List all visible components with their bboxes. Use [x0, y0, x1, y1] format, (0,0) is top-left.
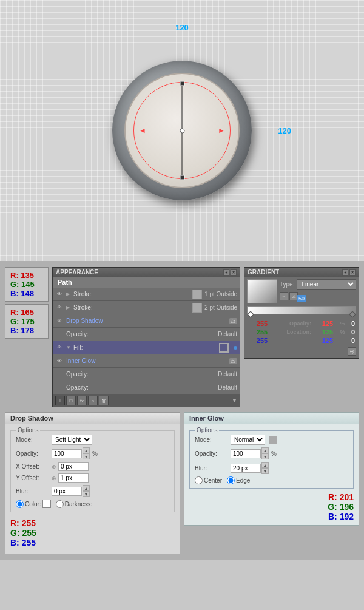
ds-color-b: B: 255	[10, 538, 175, 547]
y-offset-input[interactable]	[58, 473, 89, 483]
color-block-1-b: B: 148	[10, 289, 43, 298]
gradient-rgb-area: 255 Opacity: 125 % 0 255 Location: 125 %…	[247, 319, 356, 356]
expand-stroke2[interactable]: ▶	[66, 305, 71, 310]
arrow-left-icon: ◄	[139, 126, 146, 135]
ig-opacity-spinner: ▲ ▼	[231, 447, 269, 459]
gradient-link-icon[interactable]: ⛓	[348, 347, 356, 356]
inner-glow-body: Options Mode: Normal Opacity:	[184, 424, 359, 525]
eye-icon-fill[interactable]: 👁	[55, 345, 64, 351]
opacity3-value: Default	[218, 384, 237, 391]
fill-connector-dot	[234, 346, 237, 350]
stroke1-swatch[interactable]	[192, 290, 202, 299]
ig-blur-spinner: ▲ ▼	[231, 462, 269, 474]
ig-blur-row: Blur: ▲ ▼	[195, 462, 348, 474]
gradient-b2[interactable]: 125	[312, 336, 334, 345]
gradient-reverse-icon[interactable]: ↔	[280, 292, 288, 300]
ds-color-values: R: 255 G: 255 B: 255	[10, 516, 175, 550]
ig-mode-select[interactable]: Normal	[231, 435, 265, 445]
ig-blur-up[interactable]: ▲	[261, 462, 269, 468]
darkness-radio[interactable]	[56, 500, 64, 508]
opacity-down-btn[interactable]: ▼	[83, 453, 90, 459]
blur-input-ds[interactable]	[52, 487, 82, 496]
appearance-title: APPEARANCE	[56, 269, 98, 276]
path-handle-center[interactable]	[180, 128, 184, 133]
ig-edge-row: Center Edge	[195, 476, 348, 484]
eye-icon-innerglow[interactable]: 👁	[55, 358, 64, 364]
toolbar-square-icon[interactable]: □	[66, 396, 76, 405]
ig-color-b: B: 192	[189, 512, 354, 521]
opacity2-label: Opacity:	[66, 371, 215, 378]
gradient-close[interactable]: ✕	[349, 269, 356, 276]
gradient-titlebar-btns: ◄ ✕	[342, 269, 356, 276]
y-offset-icon: ⊕	[52, 475, 56, 481]
gradient-type-select[interactable]: Linear	[297, 279, 356, 290]
color-block-1-g: G: 145	[10, 280, 43, 289]
color-block-2: R: 165 G: 175 B: 178	[5, 304, 49, 339]
opacity2-row: Opacity: Default	[53, 368, 240, 381]
color-radio-row: Color: Darkness:	[16, 500, 169, 508]
toolbar-fx-icon[interactable]: fx	[77, 396, 87, 405]
ig-options-group: Options Mode: Normal Opacity:	[189, 430, 354, 489]
toolbar-trash-icon[interactable]: 🗑	[99, 396, 109, 405]
ig-mode-color-swatch[interactable]	[269, 436, 277, 444]
eye-icon-stroke1[interactable]: 👁	[55, 291, 64, 297]
gradient-row1: 255 Opacity: 125 % 0	[247, 319, 356, 328]
inner-glow-label[interactable]: Inner Glow	[66, 358, 227, 364]
gradient-pct1: %	[334, 319, 346, 328]
expand-stroke1[interactable]: ▶	[66, 291, 71, 297]
gradient-r2[interactable]: 125	[312, 319, 334, 328]
add-new-fill-btn[interactable]: +	[55, 396, 65, 405]
gradient-g1: 255	[247, 328, 269, 336]
titlebar-minimize[interactable]: ◄	[223, 269, 229, 276]
toolbar-circle-icon[interactable]: ○	[88, 396, 98, 405]
gradient-pct2: %	[334, 328, 346, 336]
ig-blur-label: Blur:	[195, 465, 228, 472]
gradient-type-row: Type: Linear	[280, 279, 356, 290]
opacity-input[interactable]	[52, 449, 82, 458]
ig-mode-label: Mode:	[195, 436, 228, 443]
color-radio[interactable]	[16, 500, 24, 508]
x-offset-icon: ⊕	[52, 464, 56, 470]
edge-radio[interactable]	[227, 476, 235, 484]
appearance-toolbar: + □ fx ○ 🗑 ▼	[53, 395, 240, 407]
gradient-bar[interactable]	[247, 306, 356, 314]
center-radio[interactable]	[195, 476, 203, 484]
ig-opacity-up[interactable]: ▲	[261, 447, 269, 453]
gradient-b3: 0	[346, 336, 356, 345]
color-block-1-r: R: 135	[10, 271, 43, 280]
gradient-minimize[interactable]: ◄	[342, 269, 348, 276]
row1: R: 135 G: 145 B: 148 R: 165 G: 175 B: 17…	[5, 267, 359, 407]
blur-down-btn-ds[interactable]: ▼	[83, 491, 90, 497]
ig-color-r: R: 201	[189, 492, 354, 502]
circle-outer: ◄ ►	[112, 61, 252, 200]
appearance-body: Path 👁 ▶ Stroke: 1 pt Outside 👁 ▶ Stroke…	[53, 277, 240, 407]
gradient-rgb-table: 255 Opacity: 125 % 0 255 Location: 125 %…	[247, 319, 356, 345]
titlebar-close[interactable]: ✕	[231, 269, 237, 276]
expand-fill[interactable]: ▼	[66, 345, 71, 350]
center-radio-item: Center	[195, 476, 222, 484]
fx-badge-dropshadow: fx	[229, 318, 237, 324]
ig-opacity-input[interactable]	[231, 449, 261, 458]
gradient-g2[interactable]: 125	[312, 328, 334, 336]
gradient-title: GRADIENT	[248, 269, 279, 276]
titlebar-buttons: ◄ ✕	[223, 269, 237, 276]
eye-icon-dropshadow[interactable]: 👁	[55, 318, 64, 324]
ig-blur-input[interactable]	[231, 464, 261, 473]
x-offset-input[interactable]	[58, 462, 89, 471]
opacity-up-btn[interactable]: ▲	[83, 447, 90, 453]
circle-inner: ◄ ►	[124, 73, 240, 188]
ig-opacity-down[interactable]: ▼	[261, 453, 269, 459]
path-handle-bottom[interactable]	[180, 175, 184, 180]
ds-color-r: R: 255	[10, 518, 175, 528]
blur-up-btn-ds[interactable]: ▲	[83, 485, 90, 491]
stroke1-label: Stroke:	[73, 291, 190, 297]
drop-shadow-label[interactable]: Drop Shadow	[66, 317, 227, 324]
stroke2-swatch[interactable]	[192, 303, 202, 313]
eye-icon-stroke2[interactable]: 👁	[55, 305, 64, 311]
ig-blur-down[interactable]: ▼	[261, 468, 269, 474]
y-offset-spinner: ⊕	[52, 473, 89, 483]
fill-swatch[interactable]	[219, 343, 229, 353]
mode-select[interactable]: Soft Light	[52, 435, 92, 445]
color-swatch-ds[interactable]	[42, 500, 51, 508]
path-handle-top[interactable]	[180, 81, 184, 86]
